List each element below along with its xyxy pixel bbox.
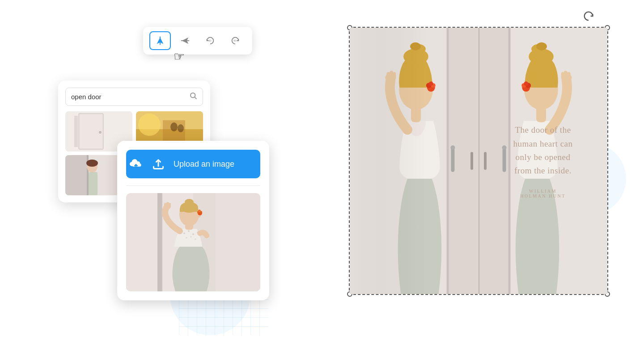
rotate-ccw-button[interactable]: 90 [199,31,221,50]
upload-image-button[interactable]: Upload an image [126,150,260,178]
svg-point-45 [186,237,187,239]
svg-point-8 [191,93,195,98]
svg-point-20 [170,122,178,131]
upload-button-label: Upload an image [174,160,234,169]
quote-author: WILLIAM HOLMAN HUNT [520,189,566,198]
canvas-area: The door of the human heart can only be … [340,22,617,317]
svg-rect-23 [65,155,88,195]
svg-line-9 [195,97,196,99]
search-input-wrap: open door [65,88,203,106]
svg-rect-39 [157,193,161,291]
svg-point-46 [191,236,192,238]
svg-rect-60 [169,203,171,207]
svg-rect-80 [350,28,479,294]
svg-point-42 [188,230,190,232]
rotate-handle[interactable] [582,10,595,25]
image-toolbar: 90 90 [143,27,252,55]
upload-preview [126,193,260,291]
svg-point-27 [86,160,98,167]
svg-point-41 [183,232,185,234]
design-right-panel: The door of the human heart can only be … [479,28,607,294]
svg-point-43 [192,233,194,235]
svg-marker-0 [157,38,160,44]
door-handle-left [470,152,473,170]
upload-divider [126,185,260,186]
svg-point-56 [198,210,201,212]
search-input[interactable]: open door [71,93,189,101]
svg-point-21 [178,124,184,132]
svg-text:90: 90 [233,39,236,42]
panel-divider [479,28,479,294]
quote-overlay: The door of the human heart can only be … [479,28,607,294]
door-handle-right [484,152,487,170]
search-button[interactable] [189,92,197,102]
quote-text: The door of the human heart can only be … [513,123,572,178]
svg-point-19 [138,114,161,136]
svg-point-47 [195,239,196,240]
svg-rect-40 [161,193,162,291]
design-canvas: The door of the human heart can only be … [350,28,607,294]
svg-marker-1 [160,38,163,44]
svg-rect-26 [89,172,97,195]
flip-horizontal-button[interactable] [149,31,171,50]
design-left-panel [350,28,479,294]
svg-marker-3 [182,38,189,41]
rotate-cw-button[interactable]: 90 [225,31,246,50]
canvas-selection-box: The door of the human heart can only be … [349,27,608,295]
svg-marker-4 [182,41,189,44]
svg-point-51 [185,199,194,205]
upload-panel: Upload an image [117,141,269,300]
flip-vertical-button[interactable] [174,31,196,50]
svg-text:90: 90 [208,39,211,42]
